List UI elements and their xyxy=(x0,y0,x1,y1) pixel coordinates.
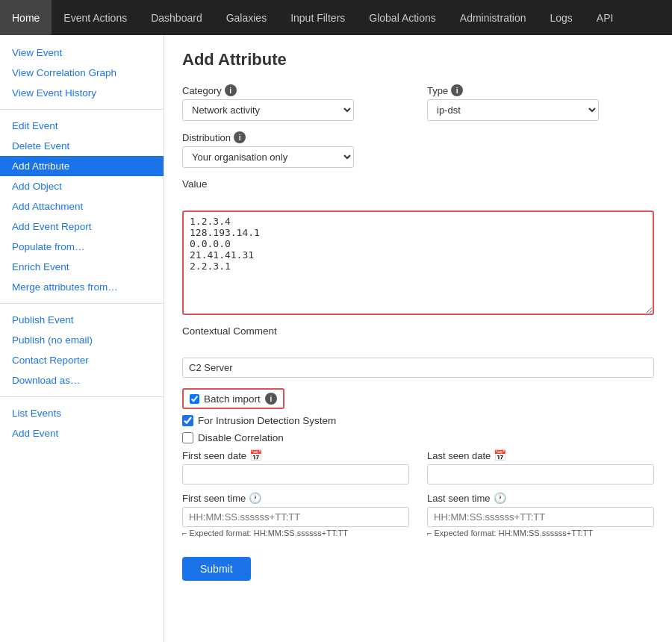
page-layout: View Event View Correlation Graph View E… xyxy=(0,35,672,642)
sidebar-list-events[interactable]: List Events xyxy=(0,403,164,423)
category-info-icon[interactable]: i xyxy=(225,84,237,96)
sidebar-view-history[interactable]: View Event History xyxy=(0,83,164,103)
disable-correlation-checkbox[interactable] xyxy=(182,432,193,443)
main-content: Add Attribute Category i Network activit… xyxy=(164,35,672,642)
sidebar-divider-3 xyxy=(0,396,164,397)
last-seen-date-label: Last seen date 📅 xyxy=(427,449,654,461)
nav-event-actions[interactable]: Event Actions xyxy=(52,0,139,35)
sidebar-add-object[interactable]: Add Object xyxy=(0,176,164,196)
first-seen-date-input[interactable] xyxy=(182,464,409,484)
navbar: Home Event Actions Dashboard Galaxies In… xyxy=(0,0,672,35)
disable-correlation-label[interactable]: Disable Correlation xyxy=(198,432,284,443)
nav-logs[interactable]: Logs xyxy=(538,0,585,35)
sidebar-delete-event[interactable]: Delete Event xyxy=(0,136,164,156)
batch-import-info-icon[interactable]: i xyxy=(265,393,277,405)
sidebar-view-correlation[interactable]: View Correlation Graph xyxy=(0,63,164,83)
nav-galaxies[interactable]: Galaxies xyxy=(214,0,279,35)
sidebar-contact-reporter[interactable]: Contact Reporter xyxy=(0,350,164,370)
sidebar-merge-attributes[interactable]: Merge attributes from… xyxy=(0,277,164,297)
disable-correlation-row: Disable Correlation xyxy=(182,432,654,443)
ids-label[interactable]: For Intrusion Detection System xyxy=(198,415,336,426)
first-seen-date-group: First seen date 📅 xyxy=(182,449,409,484)
type-label: Type i xyxy=(427,84,654,96)
last-seen-time-input[interactable] xyxy=(427,507,654,527)
distribution-label: Distribution i xyxy=(182,131,654,143)
nav-dashboard[interactable]: Dashboard xyxy=(139,0,214,35)
sidebar-view-event[interactable]: View Event xyxy=(0,43,164,63)
category-type-row: Category i Network activity External ana… xyxy=(182,84,654,121)
date-row: First seen date 📅 Last seen date 📅 xyxy=(182,449,654,484)
last-seen-date-input[interactable] xyxy=(427,464,654,484)
last-seen-time-group: Last seen time 🕐 Expected format: HH:MM:… xyxy=(427,492,654,537)
category-group: Category i Network activity External ana… xyxy=(182,84,409,121)
nav-api[interactable]: API xyxy=(585,0,626,35)
first-seen-date-calendar-icon: 📅 xyxy=(249,449,262,461)
time-row: First seen time 🕐 Expected format: HH:MM… xyxy=(182,492,654,537)
sidebar-populate-from[interactable]: Populate from… xyxy=(0,237,164,257)
page-title: Add Attribute xyxy=(182,50,654,69)
ids-row: For Intrusion Detection System xyxy=(182,415,654,426)
distribution-group: Distribution i Your organisation only Th… xyxy=(182,131,654,168)
first-seen-date-label: First seen date 📅 xyxy=(182,449,409,461)
distribution-row: Distribution i Your organisation only Th… xyxy=(182,131,654,168)
batch-import-label[interactable]: Batch import xyxy=(204,393,261,405)
comment-row: Contextual Comment xyxy=(182,325,654,378)
ids-checkbox[interactable] xyxy=(182,415,193,426)
sidebar-edit-event[interactable]: Edit Event xyxy=(0,116,164,136)
type-group: Type i ip-dst ip-src domain url xyxy=(427,84,654,121)
last-seen-date-group: Last seen date 📅 xyxy=(427,449,654,484)
first-seen-time-format-hint: Expected format: HH:MM:SS.ssssss+TT:TT xyxy=(182,529,409,537)
sidebar-add-event-report[interactable]: Add Event Report xyxy=(0,216,164,237)
sidebar-divider-1 xyxy=(0,109,164,110)
type-select[interactable]: ip-dst ip-src domain url xyxy=(427,99,599,121)
first-seen-time-input[interactable] xyxy=(182,507,409,527)
batch-import-row: Batch import i xyxy=(182,388,284,409)
sidebar-add-event[interactable]: Add Event xyxy=(0,423,164,443)
nav-administration[interactable]: Administration xyxy=(448,0,538,35)
sidebar-add-attachment[interactable]: Add Attachment xyxy=(0,196,164,216)
last-seen-time-format-hint: Expected format: HH:MM:SS.ssssss+TT:TT xyxy=(427,529,654,537)
nav-input-filters[interactable]: Input Filters xyxy=(279,0,357,35)
type-info-icon[interactable]: i xyxy=(451,84,463,96)
value-textarea[interactable]: 1.2.3.4 128.193.14.1 0.0.0.0 21.41.41.31… xyxy=(182,211,654,315)
comment-input[interactable] xyxy=(182,358,654,378)
sidebar-enrich-event[interactable]: Enrich Event xyxy=(0,257,164,277)
sidebar-publish-no-email[interactable]: Publish (no email) xyxy=(0,330,164,350)
value-row: Value 1.2.3.4 128.193.14.1 0.0.0.0 21.41… xyxy=(182,178,654,315)
sidebar-download-as[interactable]: Download as… xyxy=(0,370,164,390)
submit-button[interactable]: Submit xyxy=(182,557,251,581)
batch-import-checkbox[interactable] xyxy=(190,394,199,404)
comment-label: Contextual Comment xyxy=(182,325,277,337)
nav-home[interactable]: Home xyxy=(0,0,52,35)
last-seen-date-calendar-icon: 📅 xyxy=(494,449,506,461)
first-seen-time-label: First seen time 🕐 xyxy=(182,492,409,504)
first-seen-time-clock-icon: 🕐 xyxy=(249,492,261,504)
sidebar-publish-event[interactable]: Publish Event xyxy=(0,310,164,330)
distribution-select[interactable]: Your organisation only This community on… xyxy=(182,146,354,168)
category-label: Category i xyxy=(182,84,409,96)
sidebar: View Event View Correlation Graph View E… xyxy=(0,35,164,642)
last-seen-time-label: Last seen time 🕐 xyxy=(427,492,654,504)
first-seen-time-group: First seen time 🕐 Expected format: HH:MM… xyxy=(182,492,409,537)
nav-global-actions[interactable]: Global Actions xyxy=(357,0,448,35)
sidebar-divider-2 xyxy=(0,303,164,304)
value-label: Value xyxy=(182,178,208,190)
sidebar-add-attribute[interactable]: Add Attribute xyxy=(0,156,164,176)
last-seen-time-clock-icon: 🕐 xyxy=(494,492,506,504)
category-select[interactable]: Network activity External analysis Antiv… xyxy=(182,99,354,121)
distribution-info-icon[interactable]: i xyxy=(234,131,246,143)
